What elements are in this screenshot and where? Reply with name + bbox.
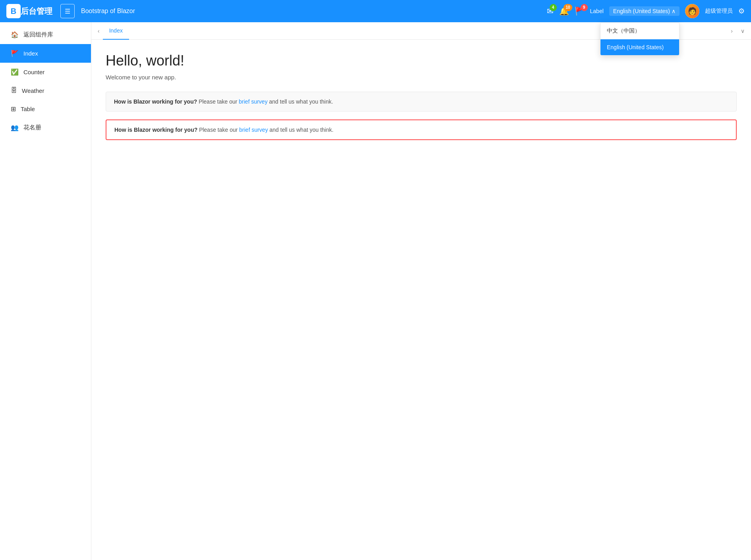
language-dropdown: 中文（中国） English (United States): [600, 22, 680, 56]
bell-button[interactable]: 🔔 10: [559, 6, 569, 16]
survey-box-1-after: and tell us what you think.: [269, 98, 333, 105]
lang-option-chinese[interactable]: 中文（中国）: [600, 23, 679, 39]
tab-index[interactable]: Index: [103, 22, 129, 40]
language-selector[interactable]: English (United States) ∧: [609, 6, 680, 16]
survey-box-1: How is Blazor working for you? Please ta…: [106, 92, 737, 112]
layout: 🏠 返回组件库 🚩 Index ✅ Counter 🗄 Weather ⊞ Ta…: [0, 22, 751, 560]
app-name: Bootstrap of Blazor: [81, 8, 547, 15]
tab-prev-button[interactable]: ‹: [95, 28, 103, 34]
sidebar-item-label: Index: [23, 50, 38, 57]
navbar: B 后台管理 ☰ Bootstrap of Blazor ✉ 4 🔔 10 🚩 …: [0, 0, 751, 22]
check-icon: ✅: [11, 68, 19, 76]
survey-box-2-after: and tell us what you think.: [270, 127, 334, 133]
chevron-right-icon: ›: [731, 28, 733, 34]
user-avatar[interactable]: 🧑: [685, 4, 699, 18]
sidebar-item-roster[interactable]: 👥 花名册: [0, 118, 91, 137]
survey-link-2[interactable]: brief survey: [239, 127, 268, 133]
survey-box-1-text: Please take our: [199, 98, 239, 105]
survey-link-1[interactable]: brief survey: [239, 98, 267, 105]
navbar-right: ✉ 4 🔔 10 🚩 9 Label English (United State…: [547, 4, 745, 18]
settings-icon[interactable]: ⚙: [738, 7, 745, 15]
username-label[interactable]: 超级管理员: [705, 8, 733, 15]
sidebar-item-back[interactable]: 🏠 返回组件库: [0, 25, 91, 44]
brand-logo: B: [6, 4, 21, 18]
home-icon: 🏠: [11, 31, 19, 38]
survey-box-1-bold: How is Blazor working for you?: [114, 98, 197, 105]
tab-expand-button[interactable]: ∨: [737, 28, 748, 34]
avatar-image: 🧑: [685, 4, 699, 18]
sidebar-item-weather[interactable]: 🗄 Weather: [0, 81, 91, 100]
users-icon: 👥: [11, 124, 19, 131]
table-icon: ⊞: [11, 105, 16, 113]
page-subtitle: Welcome to your new app.: [106, 74, 737, 81]
chevron-left-icon: ‹: [98, 28, 100, 34]
lang-option-english[interactable]: English (United States): [600, 39, 679, 55]
sidebar-item-label: Counter: [23, 69, 44, 75]
chevron-down-icon: ∨: [741, 28, 745, 34]
sidebar-item-label: 返回组件库: [23, 31, 53, 38]
mail-badge: 4: [550, 4, 557, 11]
chevron-up-icon: ∧: [672, 8, 676, 14]
database-icon: 🗄: [11, 87, 17, 94]
mail-button[interactable]: ✉ 4: [547, 6, 554, 16]
sidebar-toggle-button[interactable]: ☰: [60, 4, 75, 18]
page-content: Hello, world! Welcome to your new app. H…: [91, 40, 751, 560]
sidebar-item-label: Weather: [22, 87, 44, 94]
tab-next-button[interactable]: ›: [728, 28, 736, 34]
survey-box-2: How is Blazor working for you? Please ta…: [106, 119, 737, 140]
hamburger-icon: ☰: [65, 8, 70, 15]
main-content: ‹ Index › ∨ Hello, world! Welcome to you…: [91, 22, 751, 560]
sidebar-item-index[interactable]: 🚩 Index: [0, 44, 91, 63]
survey-box-2-text: Please take our: [199, 127, 239, 133]
sidebar-item-counter[interactable]: ✅ Counter: [0, 63, 91, 81]
tab-label: Index: [109, 27, 123, 34]
survey-box-2-bold: How is Blazor working for you?: [114, 127, 197, 133]
label-text[interactable]: Label: [590, 8, 604, 14]
flag-badge: 9: [581, 4, 588, 11]
flag-nav-icon: 🚩: [11, 50, 19, 57]
sidebar-item-table[interactable]: ⊞ Table: [0, 100, 91, 118]
tabs-right-controls: › ∨: [728, 28, 748, 34]
language-label: English (United States): [613, 8, 670, 14]
sidebar-item-label: 花名册: [23, 124, 41, 131]
sidebar: 🏠 返回组件库 🚩 Index ✅ Counter 🗄 Weather ⊞ Ta…: [0, 22, 91, 560]
app-title: 后台管理: [21, 6, 52, 17]
flag-button[interactable]: 🚩 9: [575, 6, 585, 16]
bell-badge: 10: [564, 4, 572, 11]
sidebar-item-label: Table: [21, 106, 35, 112]
